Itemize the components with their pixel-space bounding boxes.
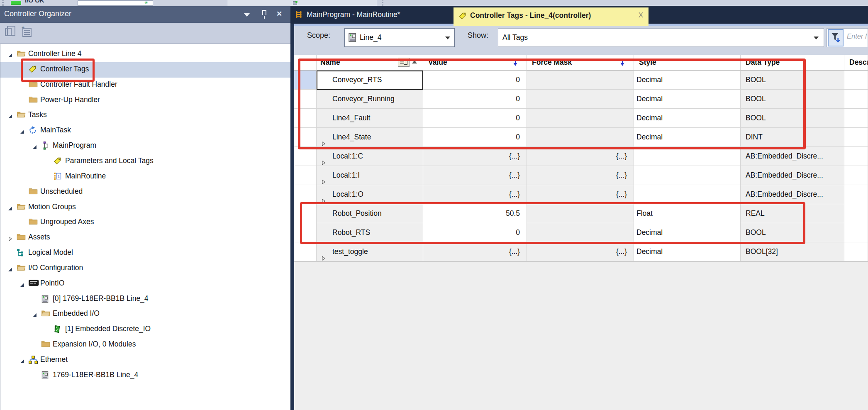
tag-name-cell[interactable]: Conveyor_RTS xyxy=(317,71,423,90)
toolbar-grip[interactable] xyxy=(382,0,383,6)
tag-value-cell[interactable]: 0 xyxy=(423,128,527,147)
tag-force-mask-cell[interactable]: {...} xyxy=(527,185,634,204)
expander-closed-icon[interactable] xyxy=(8,235,12,243)
tag-description-cell[interactable] xyxy=(844,90,868,109)
tag-description-cell[interactable] xyxy=(844,109,868,128)
column-header-style[interactable]: Style xyxy=(634,55,741,71)
tag-description-cell[interactable] xyxy=(844,204,868,223)
tree-item-mainroutine[interactable]: 1MainRoutine xyxy=(0,169,290,185)
tag-name-cell[interactable]: Robot_RTS xyxy=(317,223,423,242)
tag-name-cell[interactable]: Conveyor_Running xyxy=(317,90,423,109)
tag-value-cell[interactable]: 0 xyxy=(423,71,527,90)
tree-item-tasks[interactable]: Tasks xyxy=(0,108,290,123)
tag-style-cell[interactable]: Decimal xyxy=(634,223,741,242)
expander-open-icon[interactable] xyxy=(8,113,12,120)
scope-dropdown[interactable]: Line_4 xyxy=(344,28,455,47)
tag-description-cell[interactable] xyxy=(844,166,868,185)
column-header-data-type[interactable]: Data Type xyxy=(741,55,844,71)
expand-tag-icon[interactable] xyxy=(321,134,326,147)
expander-open-icon[interactable] xyxy=(20,358,24,365)
tag-name-cell[interactable]: Robot_Position xyxy=(317,204,423,223)
row-selector-cell[interactable] xyxy=(294,185,317,204)
tab-mainprogram-mainroutine[interactable]: MainProgram - MainRoutine* xyxy=(291,6,452,24)
tag-data-type-cell[interactable]: REAL xyxy=(741,204,844,223)
tag-data-type-cell[interactable]: AB:Embedded_Discre... xyxy=(741,185,844,204)
tag-force-mask-cell[interactable] xyxy=(527,204,634,223)
tag-style-cell[interactable]: Float xyxy=(634,204,741,223)
tag-force-mask-cell[interactable] xyxy=(527,71,634,90)
tag-data-type-cell[interactable]: AB:Embedded_Discre... xyxy=(741,166,844,185)
expander-open-icon[interactable] xyxy=(8,205,12,212)
tag-style-cell[interactable]: Decimal xyxy=(634,128,741,147)
tag-force-mask-cell[interactable] xyxy=(527,90,634,109)
tag-name-cell[interactable]: Line4_State xyxy=(317,128,423,147)
pin-icon[interactable] xyxy=(262,10,266,15)
row-selector-cell[interactable] xyxy=(294,242,317,261)
tag-data-type-cell[interactable]: DINT xyxy=(741,128,844,147)
tag-data-type-cell[interactable]: AB:Embedded_Discre... xyxy=(741,147,844,166)
row-selector-cell[interactable] xyxy=(294,71,317,90)
tag-data-type-cell[interactable]: BOOL xyxy=(741,71,844,90)
expander-open-icon[interactable] xyxy=(20,128,24,136)
name-filter-input[interactable] xyxy=(846,32,868,41)
tree-item-motion-groups[interactable]: Motion Groups xyxy=(0,200,290,215)
add-item-button[interactable] xyxy=(22,26,35,39)
tag-value-cell[interactable]: 0 xyxy=(423,109,527,128)
tree-item-mainprogram[interactable]: MainProgram xyxy=(0,139,290,154)
tag-description-cell[interactable] xyxy=(844,147,868,166)
tag-style-cell[interactable]: Decimal xyxy=(634,242,741,261)
column-header-force-mask[interactable]: Force Mask xyxy=(527,55,634,71)
tag-value-cell[interactable]: {...} xyxy=(423,166,527,185)
tag-value-cell[interactable]: 0 xyxy=(423,90,527,109)
tag-name-cell[interactable]: Local:1:O xyxy=(317,185,423,204)
tag-style-cell[interactable] xyxy=(634,166,741,185)
tree-item-controller-fault-handler[interactable]: Controller Fault Handler xyxy=(0,78,290,93)
tag-data-type-cell[interactable]: BOOL xyxy=(741,109,844,128)
tree-item-1769-l18er-bb1b-line-4[interactable]: 1769-L18ER-BB1B Line_4 xyxy=(0,368,290,383)
row-selector-cell[interactable] xyxy=(294,166,317,185)
expand-tag-icon[interactable] xyxy=(321,192,326,204)
tag-data-type-cell[interactable]: BOOL[32] xyxy=(741,242,844,261)
filter-funnel-button[interactable] xyxy=(828,29,844,46)
tag-force-mask-cell[interactable]: {...} xyxy=(527,242,634,261)
row-selector-cell[interactable] xyxy=(294,109,317,128)
tag-style-cell[interactable] xyxy=(634,185,741,204)
tree-item-0-1769-l18er-bb1b-line-4[interactable]: [0] 1769-L18ER-BB1B Line_4 xyxy=(0,292,290,307)
tag-value-cell[interactable]: 50.5 xyxy=(423,204,527,223)
expand-tag-icon[interactable] xyxy=(321,154,326,166)
tag-force-mask-cell[interactable] xyxy=(527,223,634,242)
toolbar-grip[interactable] xyxy=(2,0,4,6)
tag-data-type-cell[interactable]: BOOL xyxy=(741,90,844,109)
tag-force-mask-cell[interactable]: {...} xyxy=(527,147,634,166)
tree-item-unscheduled[interactable]: Unscheduled xyxy=(0,185,290,200)
expander-open-icon[interactable] xyxy=(20,281,24,289)
tree-item-1-embedded-discrete-io[interactable]: [1] Embedded Discrete_IO xyxy=(0,322,290,337)
tag-description-cell[interactable] xyxy=(844,71,868,90)
close-icon[interactable]: ✕ xyxy=(276,10,282,18)
tag-name-cell[interactable]: test_toggle xyxy=(317,242,423,261)
tree-item-pointio[interactable]: PointIO xyxy=(0,276,290,292)
expand-tag-icon[interactable] xyxy=(321,249,326,261)
tag-description-cell[interactable] xyxy=(844,242,868,261)
tag-value-cell[interactable]: {...} xyxy=(423,242,527,261)
tag-name-cell[interactable]: Local:1:I xyxy=(317,166,423,185)
tree-item-power-up-handler[interactable]: Power-Up Handler xyxy=(0,93,290,108)
tag-name-cell[interactable]: Local:1:C xyxy=(317,147,423,166)
expander-open-icon[interactable] xyxy=(8,52,12,59)
expander-open-icon[interactable] xyxy=(32,144,37,151)
sort-indicator[interactable] xyxy=(398,58,417,68)
tree-item-maintask[interactable]: MainTask xyxy=(0,123,290,139)
tag-force-mask-cell[interactable] xyxy=(527,109,634,128)
collapse-all-button[interactable] xyxy=(3,26,17,39)
column-header-description[interactable]: Description xyxy=(844,55,868,71)
tree-item-expansion-i-o-0-modules[interactable]: Expansion I/O, 0 Modules xyxy=(0,337,290,353)
tag-force-mask-cell[interactable] xyxy=(527,128,634,147)
tree-item-controller-line-4[interactable]: Controller Line 4 xyxy=(0,47,290,62)
tag-name-cell[interactable]: Line4_Fault xyxy=(317,109,423,128)
tag-style-cell[interactable]: Decimal xyxy=(634,71,741,90)
expander-open-icon[interactable] xyxy=(32,312,37,319)
tag-value-cell[interactable]: 0 xyxy=(423,223,527,242)
tree-item-logical-model[interactable]: Logical Model xyxy=(0,246,290,261)
row-selector-cell[interactable] xyxy=(294,147,317,166)
column-header-value[interactable]: Value xyxy=(423,55,527,71)
